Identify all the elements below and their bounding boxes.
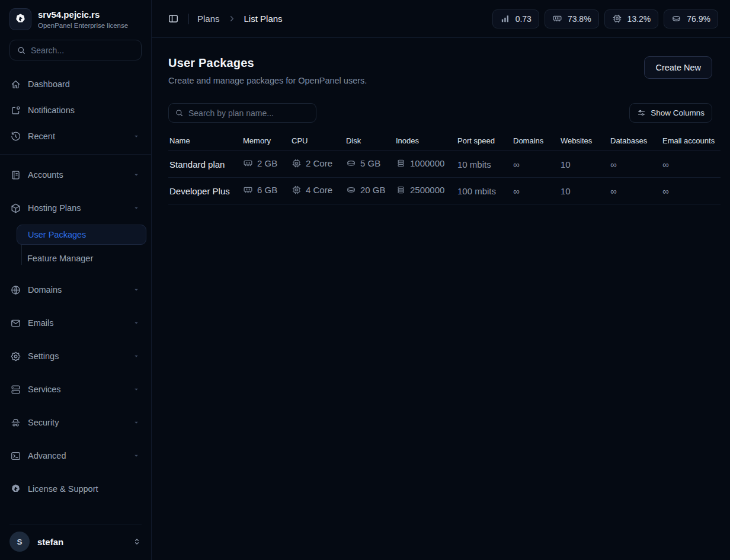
stack-icon [396,185,406,195]
sidebar-subitem-user-packages[interactable]: User Packages [17,225,146,245]
page-subtitle: Create and manage packages for OpenPanel… [168,76,367,85]
stat-value: 0.73 [516,14,532,24]
mail-icon [10,318,21,329]
cell-databases: ∞ [607,178,659,204]
sidebar-item-hosting-plans[interactable]: Hosting Plans [5,196,146,220]
search-icon [17,46,26,55]
cell-websites: 10 [557,151,607,178]
sidebar-subitem-feature-manager[interactable]: Feature Manager [5,248,146,268]
sidebar-search-input[interactable] [31,46,135,55]
chevron-down-icon [132,171,140,179]
logo-mark-icon [10,484,21,495]
page-title: User Packages [168,56,367,70]
sidebar-toggle-button[interactable] [164,9,182,28]
page-content: User Packages Create and manage packages… [152,38,730,204]
unfold-icon [132,537,142,546]
sidebar-nav: DashboardNotificationsRecentAccountsHost… [0,66,151,524]
breadcrumb-current: List Plans [244,14,283,24]
cpu-icon [292,158,302,168]
cell-port_speed: 100 mbits [454,178,510,204]
column-header-domains: Domains [510,131,557,151]
divider [188,14,189,24]
cpu-icon [612,14,622,24]
globe-icon [10,284,21,296]
disk-icon [346,185,356,195]
sidebar-item-settings[interactable]: Settings [5,344,146,368]
cell-domains: ∞ [510,151,557,178]
cell-value: 2500000 [410,185,444,195]
stat-badge-cpu-usage[interactable]: 13.2% [604,9,659,28]
sidebar-item-accounts[interactable]: Accounts [5,163,146,187]
table-row-standard-plan[interactable]: Standard plan2 GB2 Core5 GB100000010 mbi… [168,151,721,178]
panel-left-icon [168,13,179,24]
stat-badge-memory-usage[interactable]: 73.8% [545,9,599,28]
sidebar-item-advanced[interactable]: Advanced [5,444,146,468]
cpu-icon [292,185,302,195]
sidebar-item-domains[interactable]: Domains [5,278,146,302]
spy-icon [10,417,21,428]
gear-icon [10,351,21,362]
breadcrumb: Plans List Plans [197,14,283,24]
sidebar-item-services[interactable]: Services [5,377,146,401]
stat-badge-disk-usage[interactable]: 76.9% [664,9,718,28]
plan-search [168,103,316,123]
sidebar-item-label: Settings [28,351,126,361]
sidebar: srv54.pejcic.rs OpenPanel Enterprise lic… [0,0,152,560]
cell-websites: 10 [557,178,607,204]
stat-badge-load-average[interactable]: 0.73 [492,9,539,28]
table-row-developer-plus[interactable]: Developer Plus6 GB4 Core20 GB2500000100 … [168,178,721,204]
create-new-button[interactable]: Create New [644,56,712,79]
show-columns-button[interactable]: Show Columns [629,103,712,123]
chevron-right-icon [228,14,236,23]
sidebar-item-recent[interactable]: Recent [5,124,146,148]
sidebar-item-label: Dashboard [28,79,140,89]
sidebar-item-label: Hosting Plans [28,203,126,213]
chevron-down-icon [132,319,140,327]
home-icon [10,79,21,90]
openpanel-logo-icon [9,8,31,30]
cell-name: Developer Plus [168,178,239,204]
sidebar-item-emails[interactable]: Emails [5,311,146,335]
column-header-memory: Memory [239,131,288,151]
column-header-port-speed: Port speed [454,131,510,151]
column-header-name: Name [168,131,239,151]
sidebar-item-security[interactable]: Security [5,411,146,434]
ram-icon [243,185,253,195]
cell-name: Standard plan [168,151,239,178]
cell-value: 20 GB [360,185,386,195]
server-icon [10,384,21,395]
cell-cpu: 4 Core [288,178,342,204]
hosting-plans-submenu: User PackagesFeature Manager [5,225,146,268]
breadcrumb-plans[interactable]: Plans [197,14,220,24]
cell-memory: 2 GB [239,151,288,178]
cell-value: 5 GB [360,158,380,168]
terminal-icon [10,450,21,462]
cell-memory: 6 GB [239,178,288,204]
notebook-icon [10,169,21,181]
column-header-inodes: Inodes [392,131,454,151]
sidebar-item-notifications[interactable]: Notifications [5,98,146,122]
chart-bars-icon [500,14,510,24]
chevron-down-icon [132,286,140,294]
chevron-down-icon [132,132,140,140]
sidebar-item-label: Domains [28,285,126,295]
column-header-databases: Databases [607,131,659,151]
notification-icon [10,105,21,116]
ram-icon [243,158,253,168]
column-header-cpu: CPU [288,131,342,151]
columns-adjust-icon [637,108,646,117]
disk-icon [346,158,356,168]
cell-domains: ∞ [510,178,557,204]
user-name: stefan [37,537,124,547]
plan-search-input[interactable] [188,108,310,118]
sidebar-item-label: Services [28,385,126,394]
search-icon [175,108,184,117]
stat-value: 13.2% [627,14,651,24]
user-menu[interactable]: S stefan [9,532,142,552]
column-header-email-accounts: Email accounts [659,131,721,151]
brand[interactable]: srv54.pejcic.rs OpenPanel Enterprise lic… [0,0,151,36]
cell-email_accounts: ∞ [659,151,721,178]
package-icon [10,203,21,214]
sidebar-item-dashboard[interactable]: Dashboard [5,72,146,96]
sidebar-item-license-support[interactable]: License & Support [5,477,146,501]
